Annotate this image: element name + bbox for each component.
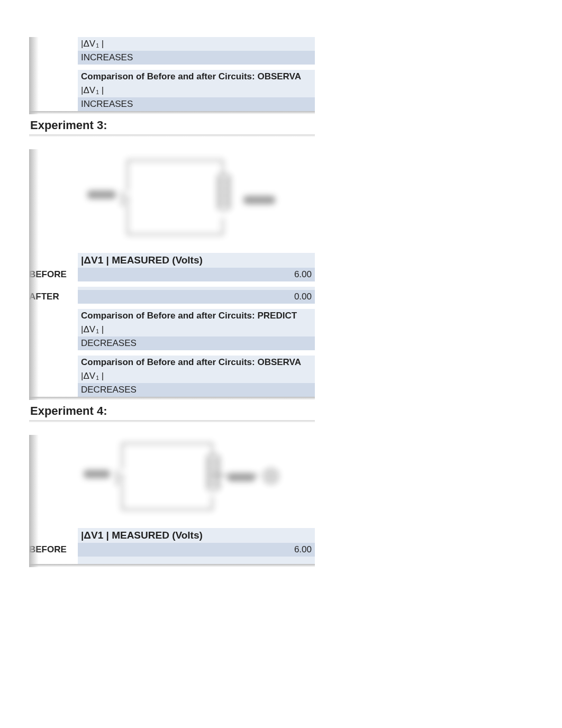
circuit-diagram-exp4 [58,435,286,520]
observa-value-exp3: DECREASES [78,383,315,397]
after-value-exp3: 0.00 [78,290,315,304]
dv-header-top2: |ΔV1 | [81,85,104,95]
observa-dv-exp3: |ΔV1 | [81,371,104,381]
predict-value-exp3: DECREASES [78,336,315,350]
measured-header-exp3: |ΔV1 | MEASURED (Volts) [81,254,203,266]
circuit-diagram-exp3 [58,149,286,244]
before-value-exp3: 6.00 [78,268,315,281]
predict-value-top: INCREASES [78,51,315,65]
dv-header-top: |ΔV1 | [81,39,104,49]
observa-value-top: INCREASES [78,97,315,111]
measured-header-exp4: |ΔV1 | MEASURED (Volts) [81,530,203,541]
predict-dv-exp3: |ΔV1 | [81,324,104,334]
experiment-4-title: Experiment 4: [29,400,315,420]
predict-title-exp3: Comparison of Before and after Circuits:… [78,309,315,323]
observa-title-top: Comparison of Before and after Circuits:… [78,70,315,84]
top-partial-block: |ΔV1 | INCREASES Comparison of Before an… [29,37,315,114]
experiment-3-title: Experiment 3: [29,114,315,134]
before-value-exp4: 6.00 [78,543,315,557]
observa-title-exp3: Comparison of Before and after Circuits:… [78,356,315,369]
experiment-3-block: |ΔV1 | MEASURED (Volts) BEFORE 6.00 AFTE… [29,149,315,400]
experiment-4-block: |ΔV1 | MEASURED (Volts) BEFORE 6.00 [29,435,315,567]
